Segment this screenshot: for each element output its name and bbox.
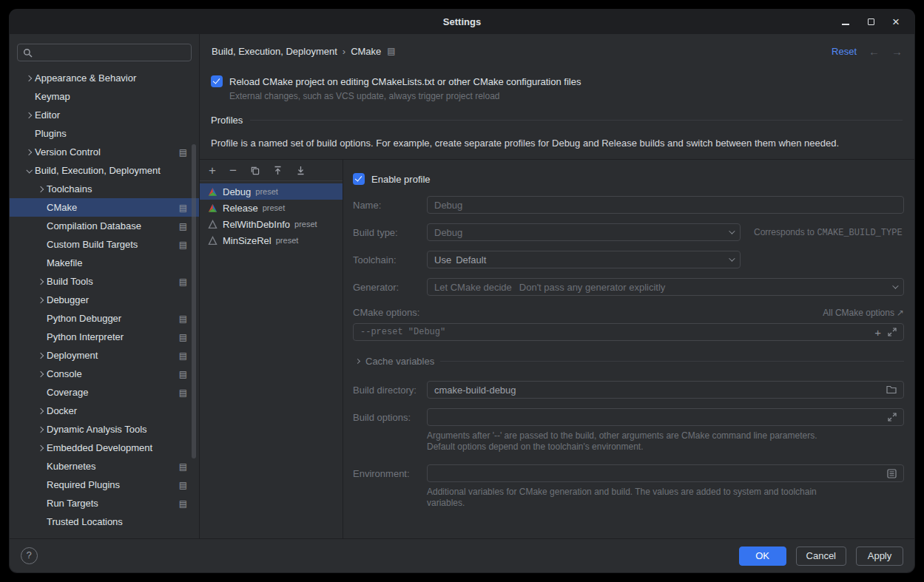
build-options-hint: Arguments after '--' are passed to the b… — [427, 430, 863, 453]
cmake-logo-icon — [208, 186, 218, 197]
profile-preset-tag: preset — [294, 220, 317, 229]
generator-value: Let CMake decide — [434, 282, 512, 293]
folder-icon[interactable] — [886, 385, 897, 394]
cmake-options-field[interactable]: --preset "Debug" + — [353, 323, 904, 341]
sidebar-item-label: Python Interpreter — [47, 331, 124, 342]
sidebar-item[interactable]: Editor — [10, 106, 199, 124]
sidebar-item[interactable]: Version Control — [10, 143, 199, 161]
cache-variables-toggle[interactable]: Cache variables — [353, 356, 904, 367]
dialog-footer: ? OK Cancel Apply — [10, 538, 914, 572]
cmake-logo-icon — [208, 203, 218, 213]
build-type-hint: Corresponds to CMAKE_BUILD_TYPE — [754, 227, 903, 238]
sidebar-item[interactable]: Debugger — [10, 291, 199, 309]
search-input[interactable] — [17, 44, 192, 61]
sidebar-item[interactable]: Build Tools — [10, 272, 199, 291]
sidebar-item[interactable]: Coverage — [10, 383, 199, 402]
sidebar-item[interactable]: Custom Build Targets — [10, 235, 199, 254]
chevron-icon — [23, 76, 35, 81]
profile-item[interactable]: RelWithDebInfo preset — [200, 216, 343, 232]
sidebar-item[interactable]: Python Interpreter — [10, 328, 199, 346]
toolchain-select[interactable]: Use Default — [427, 251, 741, 268]
name-field[interactable]: Debug — [427, 196, 904, 214]
chevron-icon — [35, 317, 47, 321]
expand-icon[interactable] — [888, 413, 897, 422]
profile-name: MinSizeRel — [223, 235, 272, 246]
sidebar-item[interactable]: Compilation Database — [10, 217, 199, 235]
build-directory-field[interactable]: cmake-build-debug — [427, 381, 904, 399]
add-profile-button[interactable]: + — [209, 164, 216, 177]
sidebar-item[interactable]: Keymap — [10, 87, 199, 106]
forward-arrow-button[interactable]: → — [891, 45, 903, 58]
chevron-icon — [23, 150, 35, 155]
build-options-field[interactable] — [427, 408, 904, 426]
per-project-settings-icon — [179, 332, 187, 342]
profiles-toolbar: + − — [200, 160, 343, 181]
chevron-icon — [23, 132, 35, 136]
apply-button[interactable]: Apply — [856, 547, 903, 566]
minimize-button[interactable] — [833, 10, 858, 34]
all-cmake-options-link[interactable]: All CMake options↗ — [823, 308, 904, 318]
sidebar-item[interactable]: Kubernetes — [10, 457, 199, 476]
sidebar-item[interactable]: Plugins — [10, 124, 199, 143]
move-up-button[interactable] — [273, 166, 283, 175]
build-type-select[interactable]: Debug — [427, 223, 741, 241]
sidebar-item[interactable]: Run Targets — [10, 494, 199, 512]
cancel-button[interactable]: Cancel — [796, 547, 846, 566]
environment-field[interactable] — [427, 464, 904, 482]
reload-cmake-checkbox[interactable] — [211, 75, 223, 87]
sidebar-scrollbar[interactable] — [192, 144, 196, 459]
sidebar-item[interactable]: Docker — [10, 402, 199, 420]
profile-item[interactable]: Release preset — [200, 200, 343, 216]
move-down-button[interactable] — [296, 166, 306, 175]
environment-hint: Additional variables for CMake generatio… — [427, 487, 841, 509]
sidebar-item[interactable]: Deployment — [10, 346, 199, 365]
sidebar-item[interactable]: Appearance & Behavior — [10, 69, 199, 87]
help-button[interactable]: ? — [21, 547, 38, 564]
sidebar-item[interactable]: Toolchains — [10, 180, 199, 198]
chevron-icon — [35, 335, 47, 339]
sidebar-item[interactable]: Embedded Development — [10, 439, 199, 457]
sidebar-item[interactable]: Console — [10, 365, 199, 383]
breadcrumb-separator-icon: › — [343, 46, 345, 57]
sidebar-item[interactable]: Makefile — [10, 254, 199, 272]
env-variables-icon[interactable] — [887, 469, 897, 478]
sidebar-item-label: Custom Build Targets — [47, 239, 138, 250]
add-option-icon[interactable]: + — [874, 327, 881, 338]
sidebar-item[interactable]: Python Debugger — [10, 309, 199, 328]
sidebar-item[interactable]: Required Plugins — [10, 476, 199, 494]
breadcrumb-parent[interactable]: Build, Execution, Deployment — [212, 46, 337, 57]
copy-profile-button[interactable] — [250, 166, 260, 175]
build-directory-value: cmake-build-debug — [434, 385, 516, 396]
chevron-icon — [35, 520, 47, 524]
sidebar-item-label: Python Debugger — [47, 313, 121, 324]
chevron-icon — [35, 243, 47, 247]
expand-icon[interactable] — [888, 328, 897, 336]
maximize-button[interactable] — [858, 10, 883, 34]
reset-link[interactable]: Reset — [832, 46, 857, 57]
remove-profile-button[interactable]: − — [229, 164, 237, 177]
sidebar-item-label: Makefile — [47, 257, 82, 268]
sidebar-item[interactable]: Build, Execution, Deployment — [10, 161, 199, 180]
content-header: Build, Execution, Deployment › CMake Res… — [200, 34, 914, 68]
chevron-icon — [23, 95, 35, 99]
close-icon: × — [892, 16, 900, 28]
profile-item[interactable]: MinSizeRel preset — [200, 232, 343, 248]
sidebar-item[interactable]: Dynamic Analysis Tools — [10, 420, 199, 439]
profile-item[interactable]: Debug preset — [200, 183, 343, 200]
per-project-settings-icon — [179, 351, 187, 361]
divider — [250, 120, 903, 121]
sidebar-item[interactable]: Trusted Locations — [10, 512, 199, 531]
chevron-icon — [35, 409, 47, 413]
enable-profile-checkbox[interactable] — [353, 173, 365, 185]
sidebar-item[interactable]: CMake — [10, 198, 199, 217]
profile-preset-tag: preset — [263, 203, 286, 212]
ok-button[interactable]: OK — [739, 547, 786, 566]
build-directory-label: Build directory: — [353, 385, 427, 396]
chevron-icon — [35, 372, 47, 376]
profiles-section-title: Profiles — [211, 115, 243, 126]
generator-select[interactable]: Let CMake decide Don't pass any generato… — [427, 278, 904, 296]
profiles-list-panel: + − — [200, 160, 343, 538]
back-arrow-button[interactable]: ← — [869, 45, 880, 58]
close-button[interactable]: × — [883, 10, 908, 34]
sidebar-item-label: Deployment — [47, 350, 98, 361]
